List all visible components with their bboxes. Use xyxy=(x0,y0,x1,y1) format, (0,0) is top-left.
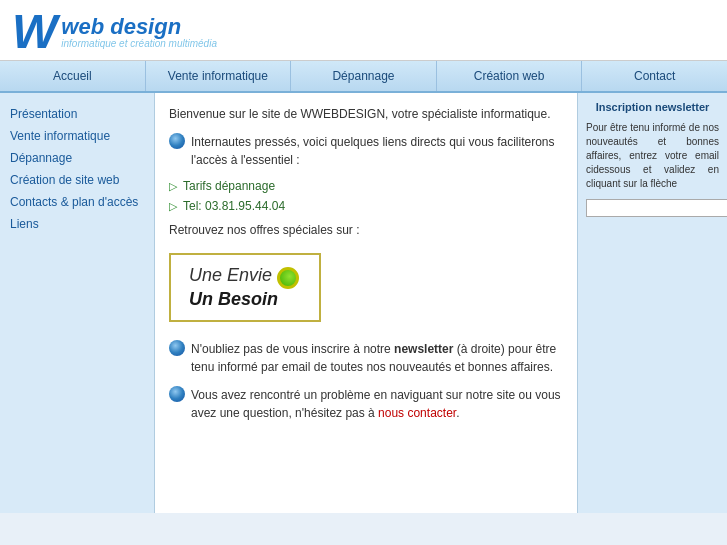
tarifs-link[interactable]: Tarifs dépannage xyxy=(183,179,275,193)
sidebar: PrésentationVente informatiqueDépannageC… xyxy=(0,93,155,513)
contact-link[interactable]: nous contacter xyxy=(378,406,456,420)
main-content: PrésentationVente informatiqueDépannageC… xyxy=(0,93,727,513)
newsletter-row: N'oubliez pas de vous inscrire à notre n… xyxy=(169,340,563,376)
nav-item-accueil[interactable]: Accueil xyxy=(0,61,146,91)
sub-intro-text: Internautes pressés, voici quelques lien… xyxy=(191,133,563,169)
blue-dot-icon xyxy=(169,133,185,149)
offres-label: Retrouvez nos offres spéciales sur : xyxy=(169,223,563,237)
circle-deco-icon xyxy=(277,267,299,289)
newsletter-reminder-para: N'oubliez pas de vous inscrire à notre n… xyxy=(169,340,563,376)
tel-link[interactable]: Tel: 03.81.95.44.04 xyxy=(183,199,285,213)
arrow-bullet-2: ▷ xyxy=(169,200,177,213)
newsletter-description: Pour être tenu informé de nos nouveautés… xyxy=(586,121,719,191)
logo-w: W xyxy=(12,8,57,56)
nav-bar: AccueilVente informatiqueDépannageCréati… xyxy=(0,61,727,93)
nav-item-contact[interactable]: Contact xyxy=(582,61,727,91)
link-row-2: ▷ Tel: 03.81.95.44.04 xyxy=(169,199,563,213)
banner-line1: Une Envie xyxy=(189,265,301,289)
newsletter-box: Inscription newsletter Pour être tenu in… xyxy=(577,93,727,513)
sidebar-link-dpannage[interactable]: Dépannage xyxy=(8,147,146,169)
sidebar-link-cration-de-site-web[interactable]: Création de site web xyxy=(8,169,146,191)
header: W web design informatique et création mu… xyxy=(0,0,727,61)
newsletter-input-row: ▶ xyxy=(586,199,719,217)
newsletter-title: Inscription newsletter xyxy=(586,101,719,113)
intro-text: Bienvenue sur le site de WWEBDESIGN, vot… xyxy=(169,105,563,123)
newsletter-email-input[interactable] xyxy=(586,199,727,217)
content-area: Bienvenue sur le site de WWEBDESIGN, vot… xyxy=(155,93,577,513)
question-text: Vous avez rencontré un problème en navig… xyxy=(191,386,563,422)
arrow-bullet-1: ▷ xyxy=(169,180,177,193)
banner-line2: Un Besoin xyxy=(189,289,301,310)
nav-item-vente-informatique[interactable]: Vente informatique xyxy=(146,61,292,91)
logo-subtitle: informatique et création multimédia xyxy=(61,38,217,49)
question-para: Vous avez rencontré un problème en navig… xyxy=(169,386,563,422)
link-row-1: ▷ Tarifs dépannage xyxy=(169,179,563,193)
blue-dot-icon-3 xyxy=(169,386,185,402)
sidebar-link-vente-informatique[interactable]: Vente informatique xyxy=(8,125,146,147)
sidebar-link-contacts--plan-daccs[interactable]: Contacts & plan d'accès xyxy=(8,191,146,213)
quick-links: ▷ Tarifs dépannage ▷ Tel: 03.81.95.44.04 xyxy=(169,179,563,213)
banner-box: Une Envie Un Besoin xyxy=(169,253,321,322)
newsletter-text: N'oubliez pas de vous inscrire à notre n… xyxy=(191,340,563,376)
question-row: Vous avez rencontré un problème en navig… xyxy=(169,386,563,422)
blue-dot-icon-2 xyxy=(169,340,185,356)
sidebar-link-prsentation[interactable]: Présentation xyxy=(8,103,146,125)
sub-intro-row: Internautes pressés, voici quelques lien… xyxy=(169,133,563,169)
nav-item-dépannage[interactable]: Dépannage xyxy=(291,61,437,91)
nav-item-création-web[interactable]: Création web xyxy=(437,61,583,91)
sidebar-link-liens[interactable]: Liens xyxy=(8,213,146,235)
logo-webdesign: web design xyxy=(61,16,217,38)
